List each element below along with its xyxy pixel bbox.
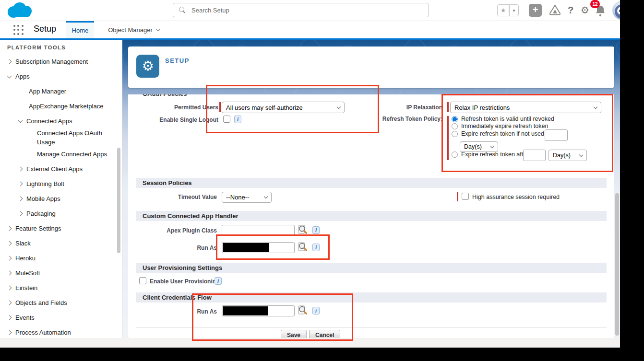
chevron-right-icon (7, 315, 12, 320)
chevron-down-icon (264, 195, 268, 198)
global-search (173, 3, 429, 17)
timeout-value-label: Timeout Value (137, 194, 217, 200)
sidebar-item-objects-and-fields[interactable]: Objects and Fields (0, 295, 122, 310)
chevron-right-icon (7, 301, 12, 305)
tab-home[interactable]: Home (66, 21, 94, 38)
user-avatar[interactable] (612, 1, 620, 20)
sidebar-item-appexchange-marketplace[interactable]: AppExchange Marketplace (0, 99, 122, 114)
screenshot-stage: ★ ▾ + ? ⚙ 12 Setup Home Object Manager P… (0, 0, 644, 361)
sidebar-scrollbar[interactable] (117, 148, 120, 253)
lookup-icon[interactable] (297, 224, 308, 235)
global-header: ★ ▾ + ? ⚙ 12 (0, 0, 620, 21)
chevron-right-icon (7, 286, 12, 291)
high-assurance-checkbox[interactable] (462, 193, 469, 200)
sidebar-item-manage-connected-apps[interactable]: Manage Connected Apps (0, 147, 122, 162)
timeout-value-select[interactable]: --None-- (222, 192, 272, 203)
chevron-down-icon (7, 73, 12, 78)
chevron-right-icon (7, 241, 12, 246)
search-icon (179, 7, 186, 13)
setup-gear-icon[interactable]: ⚙ (579, 3, 591, 17)
sidebar-item-external-client-apps[interactable]: External Client Apps (0, 162, 122, 176)
chevron-right-icon (7, 271, 12, 276)
chevron-right-icon (7, 226, 12, 231)
sidebar-item-mobile-apps[interactable]: Mobile Apps (0, 191, 122, 206)
sidebar-item-events[interactable]: Events (0, 310, 122, 325)
info-icon[interactable]: i (312, 226, 320, 234)
sidebar-item-einstein[interactable]: Einstein (0, 280, 122, 295)
chevron-right-icon (18, 211, 23, 216)
sidebar-item-mulesoft[interactable]: MuleSoft (0, 266, 122, 280)
enable-user-provisioning-label: Enable User Provisioning (150, 278, 219, 285)
annotation-box-permitted-users (206, 85, 379, 133)
quick-create-icon[interactable]: + (529, 4, 542, 17)
favorites-group: ★ ▾ (497, 4, 519, 16)
chevron-right-icon (7, 256, 12, 261)
required-indicator (457, 192, 458, 201)
chevron-down-icon (155, 27, 160, 32)
tab-object-manager[interactable]: Object Manager (96, 21, 172, 38)
annotation-box-run-as (216, 234, 330, 260)
chevron-right-icon (18, 167, 23, 172)
chevron-down-icon (18, 118, 23, 123)
app-name: Setup (34, 24, 56, 34)
search-input[interactable] (191, 7, 403, 14)
sidebar-item-subscription-management[interactable]: Subscription Management (0, 54, 122, 69)
user-provisioning-section-header: User Provisioning Settings (136, 263, 607, 273)
session-policies-section-header: Session Policies (136, 178, 607, 188)
setup-banner-label: SETUP (165, 57, 190, 64)
sidebar-item-process-automation[interactable]: Process Automation (0, 325, 122, 338)
sidebar-item-connected-apps-oauth-usage[interactable]: Connected Apps OAuth Usage (0, 128, 122, 147)
app-launcher-icon[interactable] (13, 25, 24, 35)
chevron-right-icon (7, 59, 12, 64)
info-icon[interactable]: i (215, 277, 222, 285)
sidebar-item-packaging[interactable]: Packaging (0, 206, 122, 221)
sidebar-item-heroku[interactable]: Heroku (0, 251, 122, 266)
content-scrollbar[interactable] (615, 193, 619, 336)
salesforce-logo-icon[interactable] (7, 2, 34, 19)
setup-nav-bar: Setup Home Object Manager (0, 21, 620, 40)
enable-user-provisioning-checkbox[interactable] (139, 277, 146, 284)
sidebar-item-lightning-bolt[interactable]: Lightning Bolt (0, 176, 122, 191)
notification-badge: 12 (590, 0, 600, 8)
setup-banner-card: ⚙ SETUP (128, 47, 614, 88)
apex-plugin-class-label: Apex Plugin Class (137, 227, 217, 234)
sidebar-item-connected-apps[interactable]: Connected Apps (0, 114, 122, 128)
favorites-star-icon[interactable]: ★ (497, 4, 509, 16)
sidebar-item-apps[interactable]: Apps (0, 69, 122, 84)
chevron-right-icon (18, 197, 23, 201)
annotation-box-refresh-token-policy (441, 94, 613, 172)
help-icon[interactable]: ? (565, 4, 576, 17)
chevron-right-icon (18, 182, 23, 186)
high-assurance-label: High assurance session required (472, 194, 560, 200)
favorites-dropdown-icon[interactable]: ▾ (509, 4, 519, 16)
annotation-box-client-credentials (192, 293, 353, 341)
run-as-label: Run As (137, 245, 217, 251)
sidebar-item-slack[interactable]: Slack (0, 236, 122, 251)
sidebar-item-app-manager[interactable]: App Manager (0, 84, 122, 99)
custom-handler-section-header: Custom Connected App Handler (136, 211, 607, 221)
setup-sidebar: PLATFORM TOOLS Subscription Management A… (0, 40, 122, 338)
trailhead-icon[interactable] (548, 3, 562, 17)
sidebar-item-feature-settings[interactable]: Feature Settings (0, 221, 122, 236)
setup-tile-gear-icon: ⚙ (136, 55, 159, 78)
sidebar-heading: PLATFORM TOOLS (0, 40, 122, 54)
chevron-right-icon (7, 330, 12, 335)
